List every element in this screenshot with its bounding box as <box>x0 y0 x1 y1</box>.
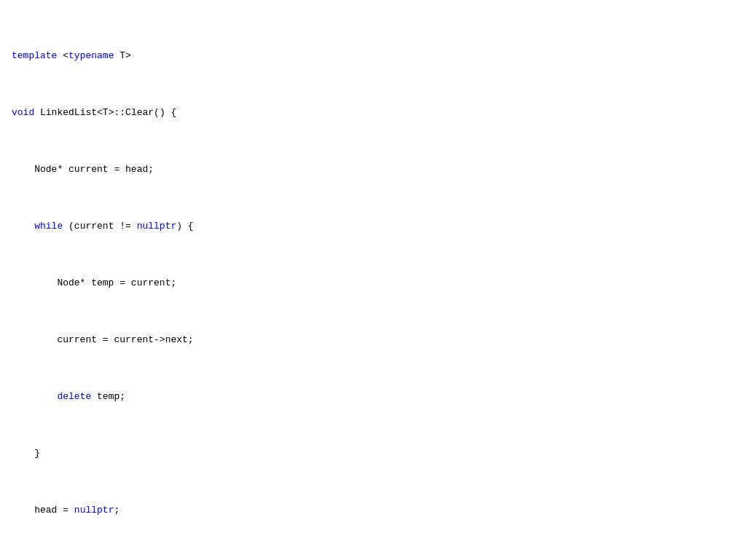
code-line-2: void LinkedList<T>::Clear() { <box>0 106 749 120</box>
code-line-6: current = current->next; <box>0 333 749 347</box>
code-editor[interactable]: template <typename T> void LinkedList<T>… <box>0 0 749 560</box>
code-line-5: Node* temp = current; <box>0 276 749 291</box>
code-line-4: while (current != nullptr) { <box>0 219 749 234</box>
code-line-8: } <box>0 446 749 461</box>
code-line-3: Node* current = head; <box>0 162 749 177</box>
code-line-1: template <typename T> <box>0 49 749 63</box>
code-line-9: head = nullptr; <box>0 503 749 518</box>
code-line-7: delete temp; <box>0 390 749 404</box>
